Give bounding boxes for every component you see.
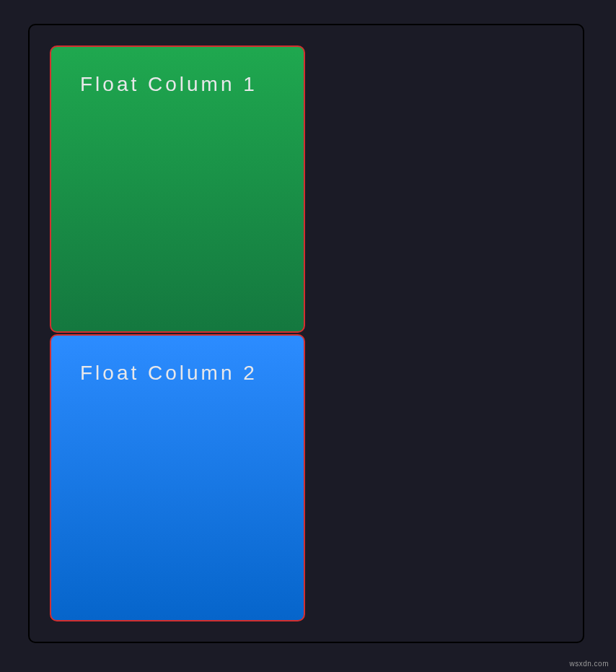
float-column-1: Float Column 1	[50, 45, 305, 333]
watermark: wsxdn.com	[569, 660, 609, 668]
column-1-title: Float Column 1	[80, 73, 275, 96]
outer-container: Float Column 1 Float Column 2	[28, 24, 584, 643]
column-2-title: Float Column 2	[80, 362, 275, 385]
float-column-2: Float Column 2	[50, 334, 305, 621]
